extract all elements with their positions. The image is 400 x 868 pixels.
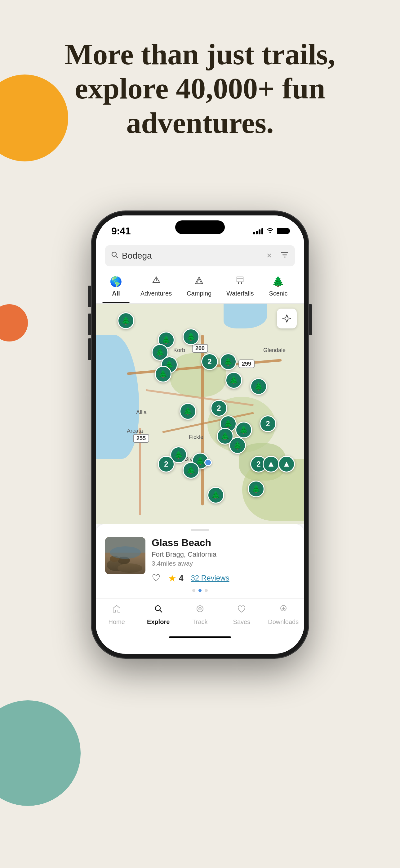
search-input[interactable]: Bodega — [122, 251, 263, 261]
phone-mockup: 9:41 — [92, 211, 308, 658]
map-label-korb: Korb — [173, 347, 185, 353]
place-name: Glass Beach — [152, 537, 295, 549]
map-pin-18[interactable]: 🌲 — [248, 480, 265, 497]
tab-all[interactable]: 🌎 All — [99, 273, 133, 303]
map-pin-num-2d[interactable]: 2 — [158, 456, 174, 472]
tab-scenic-label: Scenic — [269, 290, 288, 297]
user-location-dot — [204, 459, 212, 466]
map-pin-9[interactable]: 🌲 — [250, 378, 267, 395]
search-section: Bodega ✕ — [96, 240, 304, 266]
place-distance: 3.4miles away — [152, 560, 295, 567]
phone-frame: 9:41 — [92, 211, 308, 658]
location-button[interactable] — [277, 309, 297, 329]
route-200: 200 — [192, 344, 208, 353]
place-card[interactable]: Glass Beach Fort Bragg, California 3.4mi… — [105, 537, 295, 584]
map-label-allia: Allia — [136, 409, 147, 416]
tab-scenic[interactable]: 🌲 Scenic — [261, 273, 295, 303]
nav-item-explore[interactable]: Explore — [143, 604, 174, 625]
track-icon — [195, 604, 205, 616]
svg-rect-4 — [237, 277, 243, 282]
map-pin-12[interactable]: 🌲 — [235, 422, 252, 438]
status-bar: 9:41 — [96, 215, 304, 240]
place-image — [105, 537, 145, 574]
battery-icon — [277, 228, 289, 234]
map-pin-14[interactable]: 🌲 — [229, 437, 246, 454]
nav-item-track[interactable]: Track — [185, 604, 215, 625]
map-pin-3[interactable]: 🌲 — [182, 329, 199, 345]
route-255: 255 — [133, 434, 149, 443]
dot-3 — [205, 589, 208, 592]
nav-label-explore: Explore — [147, 618, 170, 625]
place-location: Fort Bragg, California — [152, 550, 295, 558]
status-time: 9:41 — [111, 225, 131, 237]
nav-item-saves[interactable]: Saves — [226, 604, 257, 625]
tab-adventures-label: Adventures — [140, 290, 172, 297]
svg-point-8 — [118, 557, 130, 564]
search-filter-icon[interactable] — [280, 251, 289, 260]
tab-all-icon: 🌎 — [110, 276, 122, 287]
route-299: 299 — [238, 360, 255, 368]
home-indicator — [96, 635, 304, 640]
search-clear-icon[interactable]: ✕ — [266, 252, 272, 260]
map-label-arcata: Arcata — [127, 428, 143, 434]
nav-label-home: Home — [108, 618, 125, 625]
place-card-section: Glass Beach Fort Bragg, California 3.4mi… — [96, 524, 304, 598]
star-rating: ★ 4 — [168, 573, 183, 584]
map-pin-10[interactable]: 🌲 — [179, 403, 196, 420]
explore-icon — [154, 604, 163, 616]
category-tabs: 🌎 All Adventures — [96, 266, 304, 304]
rating-number: 4 — [179, 574, 183, 583]
map-label-glendale: Glendale — [263, 347, 286, 353]
dynamic-island — [175, 220, 225, 234]
svg-point-9 — [110, 556, 119, 562]
tab-waterfalls[interactable]: Waterfalls — [219, 273, 261, 303]
heart-button[interactable]: ♡ — [152, 572, 161, 584]
map-pin-17[interactable]: 🌲 — [182, 462, 199, 479]
map-area[interactable]: 200 299 255 Korb Glendale Allia Arcata F… — [96, 304, 304, 524]
nav-item-downloads[interactable]: Downloads — [268, 604, 299, 625]
map-pin-triangle[interactable] — [263, 456, 279, 472]
tab-camping[interactable]: Camping — [179, 273, 219, 303]
map-pin-19[interactable]: 🌲 — [207, 487, 224, 503]
nav-label-saves: Saves — [233, 618, 251, 625]
map-label-fickle: Fickle — [189, 434, 203, 440]
svg-point-15 — [199, 609, 200, 610]
map-pin-8[interactable]: 🌲 — [220, 353, 237, 370]
home-bar — [169, 637, 231, 638]
map-pin-num-2b[interactable]: 2 — [210, 400, 227, 416]
downloads-icon — [279, 604, 288, 616]
star-icon: ★ — [168, 573, 176, 584]
search-icon — [111, 251, 118, 260]
headline-text: More than just trails, explore 40,000+ f… — [25, 37, 375, 140]
tab-all-label: All — [112, 290, 120, 297]
place-actions: ♡ ★ 4 32 Reviews — [152, 572, 295, 584]
dot-1 — [192, 589, 195, 592]
phone-screen: 9:41 — [96, 215, 304, 654]
map-pin-num-2c[interactable]: 2 — [260, 415, 276, 432]
map-pin-7[interactable]: 🌲 — [226, 372, 242, 389]
nav-label-downloads: Downloads — [268, 618, 299, 625]
nav-item-home[interactable]: Home — [101, 604, 132, 625]
bg-decoration-teal — [0, 700, 80, 806]
map-pin-num-2a[interactable]: 2 — [201, 353, 218, 370]
wifi-icon — [266, 227, 274, 235]
map-pin-1[interactable]: 🌲 — [118, 312, 134, 329]
tab-camping-label: Camping — [187, 290, 211, 297]
saves-icon — [237, 604, 246, 616]
reviews-link[interactable]: 32 Reviews — [191, 574, 229, 582]
tab-adventures[interactable]: Adventures — [133, 273, 179, 303]
tab-waterfalls-icon — [235, 276, 245, 287]
svg-point-11 — [110, 547, 141, 559]
card-pagination-dots — [105, 584, 295, 595]
bottom-nav: Home Explore — [96, 598, 304, 635]
search-bar[interactable]: Bodega ✕ — [105, 245, 295, 266]
svg-point-6 — [107, 559, 128, 571]
nav-label-track: Track — [192, 618, 207, 625]
tab-camping-icon — [194, 276, 204, 287]
svg-point-7 — [118, 563, 142, 573]
map-pin-6[interactable]: 🌲 — [155, 366, 171, 382]
place-thumbnail — [105, 537, 145, 574]
map-pin-triangle2[interactable] — [278, 456, 295, 472]
place-info: Glass Beach Fort Bragg, California 3.4mi… — [152, 537, 295, 584]
dot-2-active — [198, 589, 202, 592]
